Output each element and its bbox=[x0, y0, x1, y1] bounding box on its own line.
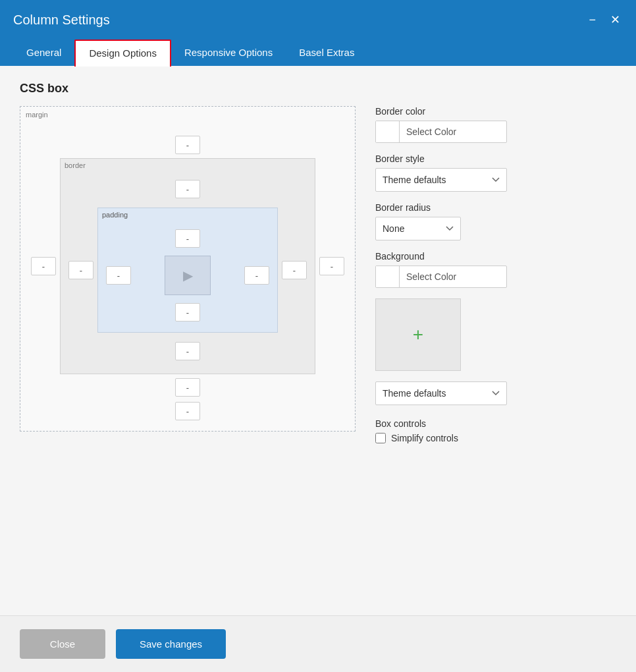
padding-bottom-input[interactable] bbox=[175, 303, 200, 322]
background-field: Background Select Color bbox=[375, 251, 616, 288]
border-color-swatch bbox=[376, 121, 400, 142]
minimize-button[interactable]: − bbox=[586, 13, 598, 27]
simplify-controls-checkbox[interactable] bbox=[375, 433, 386, 443]
box-controls-section: Box controls Simplify controls bbox=[375, 418, 616, 443]
right-panel: Border color Select Color Border style T… bbox=[375, 106, 616, 600]
margin-bottom-input[interactable] bbox=[175, 378, 200, 397]
cursor-icon: ▶ bbox=[183, 267, 193, 283]
background-color-button[interactable]: Select Color bbox=[375, 266, 507, 288]
close-window-button[interactable]: ✕ bbox=[608, 13, 623, 27]
title-bar: Column Settings − ✕ bbox=[0, 0, 636, 40]
tab-responsive-options[interactable]: Responsive Options bbox=[171, 40, 286, 66]
border-style-select[interactable]: Theme defaults None Solid Dashed Dotted bbox=[375, 168, 507, 192]
padding-right-input[interactable] bbox=[244, 266, 269, 285]
title-bar-controls: − ✕ bbox=[586, 13, 623, 27]
content-area: CSS box margin border bbox=[0, 66, 636, 615]
margin-right-input[interactable] bbox=[319, 257, 344, 275]
box-controls-label: Box controls bbox=[375, 418, 616, 429]
padding-left-input[interactable] bbox=[106, 266, 131, 285]
border-style-label: Border style bbox=[375, 154, 616, 164]
border-box: border padding bbox=[60, 158, 315, 374]
css-box-container: margin border bbox=[20, 106, 356, 432]
tab-general[interactable]: General bbox=[13, 40, 74, 66]
simplify-controls-row: Simplify controls bbox=[375, 433, 616, 443]
close-button[interactable]: Close bbox=[20, 629, 105, 659]
add-image-icon: + bbox=[413, 324, 423, 345]
tab-bar: General Design Options Responsive Option… bbox=[0, 40, 636, 66]
border-color-field: Border color Select Color bbox=[375, 106, 616, 143]
border-radius-field: Border radius None Small Medium Large Ro… bbox=[375, 202, 616, 240]
main-grid: margin border bbox=[20, 106, 616, 600]
margin-left-input[interactable] bbox=[31, 257, 56, 275]
border-top-input[interactable] bbox=[175, 180, 200, 198]
border-label: border bbox=[65, 161, 86, 169]
section-title: CSS box bbox=[20, 82, 616, 96]
margin-top-input[interactable] bbox=[175, 136, 200, 154]
border-color-button[interactable]: Select Color bbox=[375, 121, 507, 143]
background-label: Background bbox=[375, 251, 616, 262]
border-radius-select[interactable]: None Small Medium Large Rounded bbox=[375, 217, 461, 240]
border-color-label: Border color bbox=[375, 106, 616, 117]
border-color-btn-label: Select Color bbox=[400, 126, 463, 137]
border-style-field: Border style Theme defaults None Solid D… bbox=[375, 154, 616, 192]
center-element: ▶ bbox=[165, 256, 211, 295]
bg-size-select[interactable]: Theme defaults Auto Cover Contain bbox=[375, 381, 507, 405]
tab-basel-extras[interactable]: Basel Extras bbox=[286, 40, 367, 66]
image-placeholder[interactable]: + bbox=[375, 298, 461, 371]
margin-label: margin bbox=[26, 111, 48, 119]
border-right-input[interactable] bbox=[282, 261, 307, 279]
window-title: Column Settings bbox=[13, 13, 110, 28]
tab-design-options[interactable]: Design Options bbox=[74, 40, 171, 67]
background-color-btn-label: Select Color bbox=[400, 271, 463, 282]
padding-top-input[interactable] bbox=[175, 229, 200, 248]
css-box-area: margin border bbox=[20, 106, 356, 600]
save-button[interactable]: Save changes bbox=[116, 629, 226, 659]
padding-label: padding bbox=[102, 211, 128, 219]
border-radius-label: Border radius bbox=[375, 202, 616, 213]
footer: Close Save changes bbox=[0, 615, 636, 672]
border-bottom-input[interactable] bbox=[175, 342, 200, 360]
border-left-input[interactable] bbox=[68, 261, 93, 279]
padding-box: padding ▶ bbox=[97, 208, 278, 333]
column-settings-window: Column Settings − ✕ General Design Optio… bbox=[0, 0, 636, 672]
margin-extra-input[interactable] bbox=[175, 402, 200, 420]
background-color-swatch bbox=[376, 266, 400, 287]
simplify-controls-label: Simplify controls bbox=[391, 433, 458, 443]
bg-size-field: Theme defaults Auto Cover Contain bbox=[375, 381, 616, 405]
